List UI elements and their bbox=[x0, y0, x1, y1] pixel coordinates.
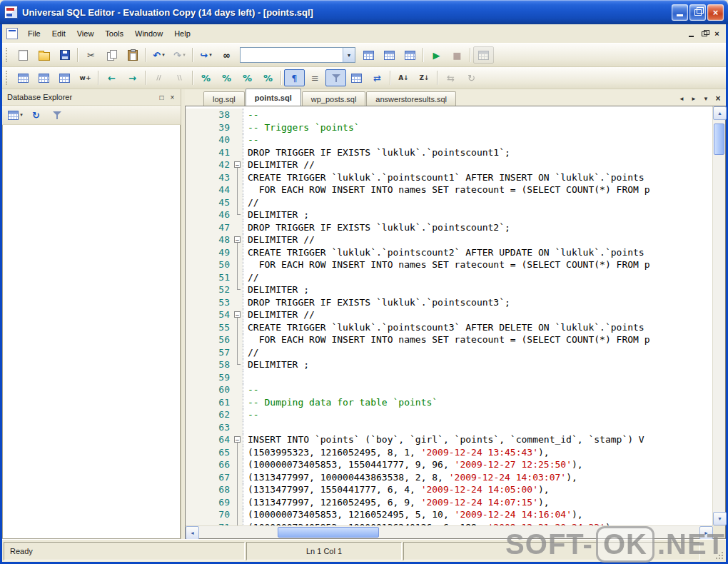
code-line[interactable]: 41DROP TRIGGER IF EXISTS `lukluk`.`point… bbox=[186, 146, 712, 159]
code-line[interactable]: 46DELIMITER ; bbox=[186, 208, 712, 221]
code-line[interactable]: 65(1503995323, 1216052495, 8, 1, '2009-1… bbox=[186, 446, 712, 459]
code-line[interactable]: 51// bbox=[186, 271, 712, 284]
refresh-button[interactable]: ↻ bbox=[26, 106, 46, 124]
code-line[interactable]: 53DROP TRIGGER IF EXISTS `lukluk`.`point… bbox=[186, 296, 712, 309]
scroll-right-button[interactable]: ► bbox=[699, 526, 713, 540]
connect-db-button[interactable] bbox=[358, 46, 379, 64]
search-combo[interactable]: ▼ bbox=[240, 47, 355, 63]
code-line[interactable]: 59 bbox=[186, 371, 712, 384]
tab-list-button[interactable]: ▼ bbox=[701, 94, 711, 104]
compare-button[interactable]: ⇆ bbox=[440, 69, 461, 86]
fold-toggle-icon[interactable] bbox=[233, 433, 243, 446]
sort-asc-button[interactable]: A↓ bbox=[393, 69, 414, 86]
close-tab-button[interactable]: × bbox=[713, 94, 723, 104]
menu-view[interactable]: View bbox=[71, 27, 100, 40]
search-combo-text[interactable] bbox=[241, 48, 343, 62]
explorer-close-button[interactable]: × bbox=[167, 92, 178, 102]
find-button[interactable]: ∞ bbox=[216, 46, 237, 64]
code-line[interactable]: 60-- bbox=[186, 383, 712, 396]
horizontal-scrollbar[interactable]: ◄ ► bbox=[186, 525, 725, 538]
code-line[interactable]: 68(1313477997, 1550441777, 6, 4, '2009-1… bbox=[186, 483, 712, 496]
tab-points-sql[interactable]: points.sql bbox=[246, 89, 301, 106]
code-line[interactable]: 38-- bbox=[186, 109, 712, 121]
scroll-tabs-right-button[interactable]: ► bbox=[689, 94, 699, 104]
code-line[interactable]: 42DELIMITER // bbox=[186, 158, 712, 171]
import-data-button[interactable] bbox=[34, 69, 54, 86]
navigate-button[interactable]: ↪▾ bbox=[196, 46, 216, 64]
code-line[interactable]: 66(100000073405853, 1550441777, 9, 96, '… bbox=[186, 458, 712, 471]
mdi-minimize-button[interactable] bbox=[685, 29, 697, 39]
fold-toggle-icon[interactable] bbox=[233, 233, 243, 246]
code-line[interactable]: 63 bbox=[186, 421, 712, 434]
maximize-button[interactable] bbox=[689, 4, 706, 21]
paste-button[interactable] bbox=[122, 46, 143, 64]
fold-toggle-icon[interactable] bbox=[233, 158, 243, 171]
vertical-scroll-thumb[interactable] bbox=[714, 124, 724, 155]
code-line[interactable]: 62-- bbox=[186, 408, 712, 421]
horizontal-scroll-thumb[interactable] bbox=[278, 527, 379, 538]
menu-window[interactable]: Window bbox=[129, 27, 168, 40]
explorer-float-button[interactable]: □ bbox=[156, 92, 167, 102]
objects-view-button[interactable]: ▾ bbox=[5, 106, 26, 124]
combo-dropdown-button[interactable]: ▼ bbox=[343, 48, 355, 62]
code-line[interactable]: 58DELIMITER ; bbox=[186, 358, 712, 371]
tab-wp-posts-sql[interactable]: wp_posts.sql bbox=[302, 91, 366, 106]
execute-button[interactable]: ▶ bbox=[426, 46, 447, 64]
scroll-left-button[interactable]: ◄ bbox=[186, 526, 199, 540]
menu-help[interactable]: Help bbox=[168, 27, 196, 40]
tab-answerstoresults-sql[interactable]: answerstoresults.sql bbox=[366, 91, 456, 106]
scroll-up-button[interactable]: ▲ bbox=[713, 106, 727, 120]
code-line[interactable]: 52DELIMITER ; bbox=[186, 283, 712, 296]
code-line[interactable]: 45// bbox=[186, 196, 712, 209]
stop-button[interactable]: ■ bbox=[447, 46, 467, 64]
filter-button[interactable] bbox=[325, 69, 346, 86]
fold-toggle-icon[interactable] bbox=[233, 308, 243, 321]
mdi-close-button[interactable]: × bbox=[711, 29, 723, 39]
code-line[interactable]: 61-- Dumping data for table `points` bbox=[186, 396, 712, 409]
grid-view-button[interactable] bbox=[346, 69, 367, 86]
save-file-button[interactable] bbox=[54, 46, 75, 64]
code-line[interactable]: 50 FOR EACH ROW INSERT INTO names SET ra… bbox=[186, 258, 712, 271]
cut-button[interactable]: ✂ bbox=[81, 46, 101, 64]
design-table-button[interactable] bbox=[13, 69, 34, 86]
show-ruler-button[interactable]: ≡ bbox=[305, 69, 325, 86]
show-whitespace-button[interactable]: ¶ bbox=[284, 69, 305, 86]
code-line[interactable]: 47DROP TRIGGER IF EXISTS `lukluk`.`point… bbox=[186, 221, 712, 234]
indent-button[interactable]: → bbox=[122, 69, 143, 86]
code-line[interactable]: 64INSERT INTO `points` (`boy`, `girl`, `… bbox=[186, 433, 712, 446]
open-table-button[interactable] bbox=[379, 46, 400, 64]
code-line[interactable]: 39-- Triggers `points` bbox=[186, 121, 712, 134]
mdi-restore-button[interactable] bbox=[698, 29, 710, 39]
filter-objects-button[interactable] bbox=[46, 106, 67, 124]
uncomment-selection-button[interactable]: % bbox=[258, 69, 278, 86]
horizontal-scroll-track[interactable] bbox=[199, 526, 699, 538]
options-button[interactable] bbox=[473, 46, 494, 64]
scroll-down-button[interactable]: ▼ bbox=[713, 512, 727, 525]
uncomment-button[interactable]: \\ bbox=[169, 69, 190, 86]
tab-log-sql[interactable]: log.sql bbox=[203, 91, 245, 106]
outdent-button[interactable]: ← bbox=[101, 69, 122, 86]
minimize-button[interactable] bbox=[672, 4, 688, 21]
uppercase-button[interactable]: % bbox=[196, 69, 216, 86]
refresh-results-button[interactable]: ↻ bbox=[461, 69, 482, 86]
code-line[interactable]: 54DELIMITER // bbox=[186, 308, 712, 321]
word-wrap-button[interactable]: w+ bbox=[75, 69, 96, 86]
code-line[interactable]: 55CREATE TRIGGER `lukluk`.`pointscount3`… bbox=[186, 321, 712, 334]
vertical-scrollbar[interactable]: ▲ ▼ bbox=[712, 106, 725, 525]
menu-edit[interactable]: Edit bbox=[46, 27, 71, 40]
code-line[interactable]: 43CREATE TRIGGER `lukluk`.`pointscount1`… bbox=[186, 171, 712, 184]
code-area[interactable]: 38--39-- Triggers `points`40--41DROP TRI… bbox=[186, 106, 712, 525]
explorer-tree[interactable] bbox=[2, 125, 181, 539]
code-line[interactable]: 67(1313477997, 100000443863538, 2, 8, '2… bbox=[186, 471, 712, 484]
edit-data-button[interactable] bbox=[54, 69, 75, 86]
code-line[interactable]: 69(1313477997, 1216052495, 6, 9, '2009-1… bbox=[186, 496, 712, 509]
code-line[interactable]: 70(100000073405853, 1216052495, 5, 10, '… bbox=[186, 508, 712, 521]
close-button[interactable]: × bbox=[707, 4, 724, 21]
copy-button[interactable] bbox=[101, 46, 122, 64]
toolbar-grip[interactable] bbox=[6, 48, 10, 62]
resize-grip[interactable] bbox=[702, 542, 724, 560]
code-line[interactable]: 57// bbox=[186, 346, 712, 359]
code-line[interactable]: 44 FOR EACH ROW INSERT INTO names SET ra… bbox=[186, 183, 712, 196]
code-line[interactable]: 49CREATE TRIGGER `lukluk`.`pointscount2`… bbox=[186, 246, 712, 259]
undo-button[interactable]: ↶▾ bbox=[148, 46, 169, 64]
